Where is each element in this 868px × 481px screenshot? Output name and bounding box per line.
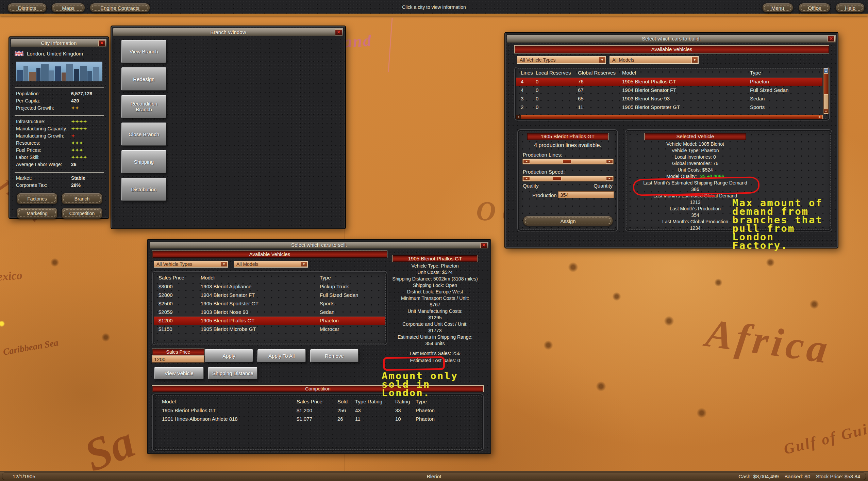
map-highlight-dot bbox=[0, 321, 5, 327]
table-row[interactable]: 2 0 11 1905 Bleriot Sportster GT Sports bbox=[516, 103, 822, 112]
filter-value: All Models bbox=[236, 261, 258, 267]
sell-window: Select which cars to sell. ✕ Available V… bbox=[147, 239, 491, 454]
slider-left-arrow-icon[interactable]: ◄ bbox=[523, 159, 530, 164]
branch-action-button[interactable]: Shipping bbox=[121, 150, 166, 173]
sell-titlebar[interactable]: Select which cars to sell. ✕ bbox=[149, 241, 489, 249]
bottom-bar: 12/1/1905 Bleriot Cash: $8,004,499 Banke… bbox=[0, 471, 868, 481]
scroll-bar[interactable] bbox=[521, 115, 818, 119]
detail-line: Unit Costs: $524 bbox=[386, 269, 484, 276]
table-row[interactable]: 1901 Hines-Albonson Athlete 818 $1,077 2… bbox=[154, 415, 482, 423]
scroll-up-button[interactable]: ▲ bbox=[824, 68, 828, 73]
menu-button[interactable]: Menu bbox=[762, 3, 794, 13]
detail-line: Shipping Lock: Open bbox=[386, 282, 484, 289]
city-action-button[interactable]: Competition bbox=[62, 208, 102, 219]
chevron-down-icon[interactable]: ▼ bbox=[691, 57, 698, 63]
close-icon[interactable]: ✕ bbox=[480, 243, 487, 248]
table-row[interactable]: $2800 1904 Bleriot Senator FT Full Sized… bbox=[154, 291, 385, 300]
table-row[interactable]: $1150 1905 Bleriot Microbe GT Microcar bbox=[154, 325, 385, 334]
city-info-title: City Information bbox=[41, 40, 77, 46]
scroll-thumb[interactable] bbox=[824, 74, 828, 95]
branch-action-button[interactable]: Recondition Branch bbox=[121, 95, 166, 118]
quantity-label: Quantity bbox=[594, 183, 613, 189]
chevron-down-icon[interactable]: ▼ bbox=[599, 57, 605, 63]
city-action-button[interactable]: Branch bbox=[62, 193, 102, 204]
available-vehicles-banner: Available Vehicles bbox=[514, 45, 829, 53]
sell-view-button[interactable]: View Vehicle bbox=[154, 367, 204, 379]
branch-action-button[interactable]: Redesign bbox=[121, 67, 166, 91]
map-city-dot bbox=[664, 316, 674, 326]
table-row[interactable]: 1905 Bleriot Phallos GT $1,200 256 43 33… bbox=[154, 406, 482, 415]
slider-handle[interactable] bbox=[553, 176, 562, 181]
model-filter[interactable]: All Models ▼ bbox=[234, 261, 308, 268]
branch-action-button[interactable]: Distribution bbox=[121, 178, 166, 201]
detail-line: 354 units bbox=[386, 340, 484, 347]
scroll-down-button[interactable]: ▼ bbox=[824, 109, 828, 114]
slider-right-arrow-icon[interactable]: ► bbox=[606, 176, 613, 181]
slider-left-arrow-icon[interactable]: ◄ bbox=[523, 176, 530, 181]
slider-handle[interactable] bbox=[563, 159, 571, 164]
map-border-line bbox=[388, 18, 393, 72]
model-quality-label: Model Quality: bbox=[666, 174, 697, 179]
detail-line: Unit Manufacturing Costs: bbox=[386, 308, 484, 315]
table-row[interactable]: 4 0 76 1905 Bleriot Phallos GT Phaeton bbox=[516, 78, 822, 86]
table-header: Lines Local Reserves Global Reserves Mod… bbox=[516, 69, 822, 78]
sell-action-button[interactable]: Apply To All bbox=[257, 349, 306, 362]
model-filter[interactable]: All Models ▼ bbox=[610, 56, 699, 64]
city-info-titlebar[interactable]: City Information ✕ bbox=[11, 39, 107, 47]
table-row[interactable]: $2059 1903 Bleriot Nose 93 Sedan bbox=[154, 308, 385, 317]
city-action-button[interactable]: Factories bbox=[17, 193, 57, 204]
build-titlebar[interactable]: Select which cars to build. ✕ bbox=[507, 34, 836, 43]
sales-price-input[interactable] bbox=[152, 356, 204, 363]
table-header: Model Sales Price Sold Type Rating Ratin… bbox=[154, 398, 482, 406]
slider-right-arrow-icon[interactable]: ► bbox=[606, 159, 613, 164]
available-vehicles-banner: Available Vehicles bbox=[152, 251, 387, 258]
menu-button[interactable]: Help bbox=[836, 3, 865, 13]
table-row[interactable]: 3 0 65 1903 Bleriot Nose 93 Sedan bbox=[516, 95, 822, 103]
scroll-right-button[interactable]: ► bbox=[818, 115, 822, 119]
map-city-dot bbox=[809, 300, 819, 309]
branch-action-button[interactable]: Close Branch bbox=[121, 123, 166, 146]
horizontal-scrollbar[interactable]: ◄ ► bbox=[516, 115, 823, 119]
stat-row: Manufacturing Growth:✦ bbox=[16, 133, 105, 140]
table-row[interactable]: $2500 1905 Bleriot Sportster GT Sports bbox=[154, 300, 385, 308]
stat-row: Projected Growth:✦✦ bbox=[16, 105, 105, 112]
demand-line: Last Month's Estimated Shipping Range De… bbox=[625, 180, 765, 186]
sell-view-button[interactable]: Shipping Distance bbox=[208, 367, 257, 379]
scroll-left-button[interactable]: ◄ bbox=[516, 115, 520, 119]
branch-action-button[interactable]: View Branch bbox=[121, 40, 166, 63]
assign-button[interactable]: Assign bbox=[523, 216, 613, 226]
vertical-scrollbar[interactable]: ▲ ▼ bbox=[823, 68, 829, 114]
branch-titlebar[interactable]: Branch Window ✕ bbox=[113, 28, 344, 36]
status-bar-inner: 12/1/1905 Bleriot Cash: $8,004,499 Banke… bbox=[2, 472, 866, 480]
close-icon[interactable]: ✕ bbox=[828, 36, 835, 42]
production-lines-slider[interactable]: ◄ ► bbox=[522, 159, 614, 164]
chevron-down-icon[interactable]: ▼ bbox=[221, 261, 227, 267]
stock-price-value: Stock Price: $53.84 bbox=[816, 474, 860, 479]
quality-label: Quality bbox=[523, 183, 539, 189]
production-speed-slider[interactable]: ◄ ► bbox=[522, 176, 614, 181]
sell-table-rows: $3000 1903 Bleriot Appliance Pickup Truc… bbox=[154, 283, 385, 334]
top-bar: DistrictsMapsEngine Contracts Click a ci… bbox=[0, 0, 868, 16]
table-row[interactable]: 4 0 67 1904 Bleriot Senator FT Full Size… bbox=[516, 86, 822, 95]
table-row[interactable]: $1200 1905 Bleriot Phallos GT Phaeton bbox=[154, 317, 385, 325]
detail-line: $1773 bbox=[386, 327, 484, 334]
competition-panel: Model Sales Price Sold Type Rating Ratin… bbox=[152, 394, 484, 451]
banked-value: Banked: $0 bbox=[784, 474, 810, 479]
branch-window: Branch Window ✕ View BranchRedesignRecon… bbox=[111, 26, 346, 229]
vehicle-type-filter[interactable]: All Vehicle Types ▼ bbox=[154, 261, 228, 268]
sell-action-button[interactable]: Remove bbox=[310, 349, 358, 362]
production-input[interactable] bbox=[558, 191, 614, 198]
vehicle-type-filter[interactable]: All Vehicle Types ▼ bbox=[517, 56, 606, 64]
close-icon[interactable]: ✕ bbox=[98, 40, 105, 46]
detail-line: Minimum Transport Costs / Unit: bbox=[386, 295, 484, 302]
chevron-down-icon[interactable]: ▼ bbox=[301, 261, 307, 267]
detail-line: Corporate and Unit Cost / Unit: bbox=[386, 321, 484, 327]
stat-row: Resources:✦✦✦ bbox=[16, 140, 105, 147]
info-line: Local Inventories: 0 bbox=[625, 154, 765, 160]
menu-button[interactable]: Office bbox=[799, 3, 830, 13]
close-icon[interactable]: ✕ bbox=[335, 29, 342, 35]
sell-action-button[interactable]: Apply bbox=[205, 349, 253, 362]
city-action-button[interactable]: Marketing bbox=[17, 208, 57, 219]
sell-detail-banner: 1905 Bleriot Phallos GT bbox=[392, 255, 478, 262]
table-row[interactable]: $3000 1903 Bleriot Appliance Pickup Truc… bbox=[154, 283, 385, 291]
